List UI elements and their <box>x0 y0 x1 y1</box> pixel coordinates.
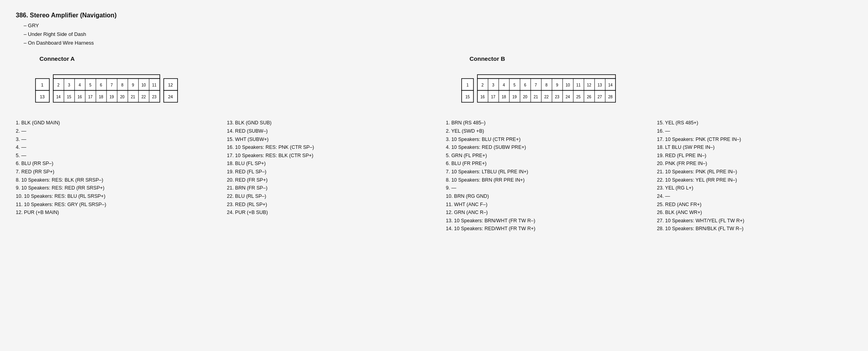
svg-text:14: 14 <box>608 83 613 87</box>
svg-text:19: 19 <box>512 95 517 99</box>
svg-text:18: 18 <box>99 95 103 99</box>
pin-item: 10. BRN (RG GND) <box>446 192 641 201</box>
svg-text:22: 22 <box>544 95 549 99</box>
svg-text:24: 24 <box>565 95 570 99</box>
pin-item: 15. WHT (SUBW+) <box>227 135 422 144</box>
connector-b-left-pins: 1. BRN (RS 485–)2. YEL (SWD +B)3. 10 Spe… <box>446 119 641 233</box>
pin-item: 24. PUR (+B SUB) <box>227 208 422 217</box>
subtitle-1: – GRY <box>24 21 852 30</box>
svg-text:10: 10 <box>141 83 146 87</box>
svg-text:13: 13 <box>597 83 602 87</box>
pin-item: 19. RED (FL PRE IN–) <box>657 152 852 160</box>
svg-text:16: 16 <box>480 95 485 99</box>
pin-item: 9. — <box>446 184 641 192</box>
svg-text:22: 22 <box>141 95 146 99</box>
subtitle-2: – Under Right Side of Dash <box>24 30 852 39</box>
pin-item: 6. BLU (FR PRE+) <box>446 160 641 168</box>
pin-item: 16. 10 Speakers: RES: PNK (CTR SP–) <box>227 143 422 152</box>
pin-item: 26. BLK (ANC WR+) <box>657 208 852 217</box>
svg-text:11: 11 <box>152 83 157 87</box>
pin-item: 13. BLK (GND SUB) <box>227 119 422 127</box>
pin-item: 3. 10 Speakers: BLU (CTR PRE+) <box>446 135 641 144</box>
pin-item: 23. RED (RL SP+) <box>227 201 422 209</box>
svg-text:27: 27 <box>597 95 602 99</box>
svg-text:9: 9 <box>132 83 134 87</box>
pin-item: 8. 10 Speakers: RES: BLK (RR SRSP–) <box>16 176 211 184</box>
pin-item: 25. RED (ANC FR+) <box>657 201 852 209</box>
connector-b-block: Connector B 1 <box>446 55 852 233</box>
connector-b-title: Connector B <box>470 55 852 62</box>
svg-text:19: 19 <box>109 95 114 99</box>
svg-text:1: 1 <box>466 83 469 87</box>
page-title: 386. Stereo Amplifier (Navigation) <box>16 12 852 19</box>
pin-item: 13. 10 Speakers: BRN/WHT (FR TW R–) <box>446 217 641 225</box>
connector-a-diagram: 1 2 3 4 5 6 7 8 <box>28 68 422 111</box>
svg-text:2: 2 <box>57 83 60 87</box>
connector-a-right-pins: 13. BLK (GND SUB)14. RED (SUBW–)15. WHT … <box>227 119 422 217</box>
svg-text:28: 28 <box>608 95 613 99</box>
connector-a-left-pins: 1. BLK (GND MAIN)2. —3. —4. —5. —6. BLU … <box>16 119 211 217</box>
pin-item: 14. 10 Speakers: RED/WHT (FR TW R+) <box>446 225 641 233</box>
svg-text:25: 25 <box>576 95 581 99</box>
pin-item: 15. YEL (RS 485+) <box>657 119 852 127</box>
pin-item: 18. LT BLU (SW PRE IN–) <box>657 143 852 152</box>
connector-b-pins: 1. BRN (RS 485–)2. YEL (SWD +B)3. 10 Spe… <box>446 119 852 233</box>
subtitle-3: – On Dashboard Wire Harness <box>24 39 852 47</box>
pin-item: 21. BRN (FR SP–) <box>227 184 422 192</box>
pin-item: 10. 10 Speakers: RES: BLU (RL SRSP+) <box>16 192 211 201</box>
svg-text:10: 10 <box>565 83 570 87</box>
svg-text:9: 9 <box>556 83 558 87</box>
pin-item: 19. RED (FL SP–) <box>227 168 422 176</box>
connector-b-diagram: 1 2 3 4 5 6 <box>458 68 852 111</box>
pin-item: 1. BLK (GND MAIN) <box>16 119 211 127</box>
pin-item: 6. BLU (RR SP–) <box>16 160 211 168</box>
svg-text:11: 11 <box>576 83 581 87</box>
svg-text:24: 24 <box>168 94 173 99</box>
svg-text:1: 1 <box>41 83 43 87</box>
svg-text:2: 2 <box>481 83 484 87</box>
svg-text:16: 16 <box>77 95 82 99</box>
pin-item: 4. — <box>16 143 211 152</box>
pin-item: 22. 10 Speakers: YEL (RR PRE IN–) <box>657 176 852 184</box>
pin-item: 22. BLU (RL SP–) <box>227 192 422 201</box>
pin-item: 5. GRN (FL PRE+) <box>446 152 641 160</box>
svg-text:5: 5 <box>513 83 516 87</box>
svg-text:6: 6 <box>524 83 526 87</box>
pin-item: 9. 10 Speakers: RES: RED (RR SRSP+) <box>16 184 211 192</box>
pin-item: 18. BLU (FL SP+) <box>227 160 422 168</box>
connector-a-title: Connector A <box>39 55 422 62</box>
svg-text:8: 8 <box>121 83 123 87</box>
pin-item: 28. 10 Speakers: BRN/BLK (FL TW R–) <box>657 225 852 233</box>
svg-text:4: 4 <box>503 83 505 87</box>
pin-item: 14. RED (SUBW–) <box>227 127 422 135</box>
connector-a-block: Connector A 1 <box>16 55 422 233</box>
svg-text:23: 23 <box>152 95 157 99</box>
svg-text:14: 14 <box>56 95 61 99</box>
svg-text:15: 15 <box>67 95 71 99</box>
pin-item: 17. 10 Speakers: PNK (CTR PRE IN–) <box>657 135 852 144</box>
pin-item: 27. 10 Speakers: WHT/YEL (FL TW R+) <box>657 217 852 225</box>
svg-text:3: 3 <box>68 83 70 87</box>
svg-text:6: 6 <box>100 83 102 87</box>
svg-text:26: 26 <box>587 95 591 99</box>
connector-a-pins: 1. BLK (GND MAIN)2. —3. —4. —5. —6. BLU … <box>16 119 422 217</box>
svg-text:17: 17 <box>88 95 93 99</box>
svg-text:12: 12 <box>587 83 591 87</box>
pin-item: 7. 10 Speakers: LTBLU (RL PRE IN+) <box>446 168 641 176</box>
connector-b-right-pins: 15. YEL (RS 485+)16. —17. 10 Speakers: P… <box>657 119 852 233</box>
pin-item: 4. 10 Speakers: RED (SUBW PRE+) <box>446 143 641 152</box>
svg-text:23: 23 <box>555 95 559 99</box>
pin-item: 12. PUR (+B MAIN) <box>16 208 211 217</box>
svg-text:8: 8 <box>545 83 548 87</box>
pin-item: 17. 10 Speakers: RES: BLK (CTR SP+) <box>227 152 422 160</box>
svg-text:5: 5 <box>89 83 92 87</box>
pin-item: 1. BRN (RS 485–) <box>446 119 641 127</box>
pin-item: 5. — <box>16 152 211 160</box>
pin-item: 24. — <box>657 192 852 201</box>
svg-text:21: 21 <box>131 95 135 99</box>
pin-item: 20. RED (FR SP+) <box>227 176 422 184</box>
svg-text:13: 13 <box>40 94 45 99</box>
pin-item: 21. 10 Speakers: PNK (RL PRE IN–) <box>657 168 852 176</box>
svg-rect-2 <box>53 75 160 79</box>
svg-text:15: 15 <box>465 95 470 99</box>
